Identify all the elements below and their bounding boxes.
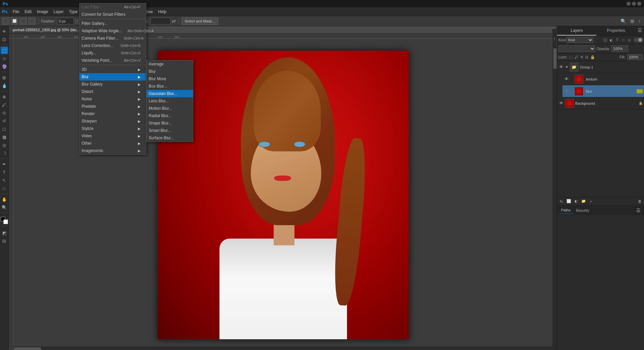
menu-image[interactable]: Image <box>34 8 51 15</box>
tool-dodge[interactable]: ☽ <box>1 149 8 157</box>
filter-menu-item-last-filter[interactable]: Last Filter Alt+Ctrl+F <box>80 3 146 11</box>
canvas-tab-active[interactable]: portrait-3355812_1920.jpg @ 50% (blu... <box>9 26 84 33</box>
close-btn[interactable] <box>637 2 641 6</box>
menu-type[interactable]: Type <box>66 8 80 15</box>
feather-input[interactable] <box>57 18 74 24</box>
layer-item-background[interactable]: 👁 Background 🔒 <box>557 97 644 109</box>
filter-shape-icon[interactable]: □ <box>621 37 626 43</box>
tool-screen-mode[interactable]: ⊟ <box>1 237 8 245</box>
tool-quick-select[interactable]: 🔮 <box>1 63 8 70</box>
search-icon[interactable]: 🔍 <box>619 18 628 24</box>
tool-shape[interactable]: □ <box>1 185 8 192</box>
height-input[interactable] <box>150 18 170 24</box>
blur-submenu-gaussian-blur[interactable]: Gaussian Blur... <box>147 90 193 97</box>
fill-input[interactable]: 100% <box>627 54 643 60</box>
menu-layer[interactable]: Layer <box>51 8 66 15</box>
horizontal-scroll-thumb[interactable] <box>14 347 41 350</box>
filter-menu-item-camera-raw[interactable]: Camera Raw Filter... Shift+Ctrl+A <box>80 35 146 42</box>
minimize-btn[interactable] <box>627 2 631 6</box>
panel-collapse-btn[interactable]: ⟩ <box>552 29 557 49</box>
filter-menu-item-convert-smart[interactable]: Convert for Smart Filters <box>80 11 146 18</box>
vertical-scroll-thumb[interactable] <box>553 49 557 69</box>
tab-layers[interactable]: Layers <box>557 26 596 36</box>
blur-submenu-average[interactable]: Average <box>147 60 193 68</box>
menu-file[interactable]: File <box>10 8 22 15</box>
blur-submenu-surface-blur[interactable]: Surface Blur... <box>147 134 193 142</box>
vertical-scrollbar[interactable] <box>553 39 557 347</box>
tool-options-icon1[interactable]: ⬛ <box>2 17 9 25</box>
blur-submenu-radial-blur[interactable]: Radial Blur... <box>147 112 193 119</box>
blend-mode-dropdown[interactable]: Normal <box>558 45 595 52</box>
tool-stamp[interactable]: ⊙ <box>1 109 8 116</box>
tool-crop[interactable]: ⊞ <box>1 74 8 81</box>
blur-submenu-motion-blur[interactable]: Motion Blur... <box>147 105 193 112</box>
filter-menu-item-lens-correction[interactable]: Lens Correction... Shift+Ctrl+R <box>80 42 146 49</box>
lock-pixels-icon[interactable]: 🖊 <box>575 55 578 59</box>
tool-eyedropper[interactable]: 💧 <box>1 82 8 89</box>
tool-options-icon2[interactable]: ⬜ <box>11 17 18 25</box>
layer-adjustment-btn[interactable]: ◐ <box>573 198 579 204</box>
filter-smart-icon[interactable]: ⊙ <box>627 37 632 43</box>
menu-help[interactable]: Help <box>155 8 169 15</box>
tool-text[interactable]: T <box>1 168 8 176</box>
blur-submenu-blur[interactable]: Blur <box>147 68 193 75</box>
filter-menu-item-blur[interactable]: Blur ▶ <box>80 73 146 81</box>
lock-position-icon[interactable]: ✛ <box>580 55 583 59</box>
layer-group-btn[interactable]: 📁 <box>581 198 587 204</box>
filter-menu-item-sharpen[interactable]: Sharpen ▶ <box>80 117 146 125</box>
kind-dropdown[interactable]: Kind <box>566 37 593 43</box>
filter-text-icon[interactable]: T <box>614 37 620 43</box>
tool-spot-heal[interactable]: ⊕ <box>1 93 8 100</box>
filter-pixel-icon[interactable]: ⬛ <box>602 37 608 43</box>
tool-brush[interactable]: 🖊 <box>1 101 8 108</box>
tool-gradient[interactable]: ▦ <box>1 133 8 141</box>
panel-menu-btn[interactable]: ☰ <box>636 26 644 36</box>
filter-menu-item-video[interactable]: Video ▶ <box>80 132 146 140</box>
tool-history[interactable]: ↺ <box>1 117 8 124</box>
layer-group-group1[interactable]: 👁 ▼ 📁 Group 1 <box>557 61 644 73</box>
menu-edit[interactable]: Edit <box>22 8 34 15</box>
layer-visibility-texture[interactable]: 👁 <box>564 77 569 82</box>
tool-options-icon3[interactable]: ⬛ <box>19 17 27 25</box>
lock-transparent-icon[interactable]: ⬚ <box>569 55 573 59</box>
blur-submenu-box-blur[interactable]: Box Blur... <box>147 83 193 90</box>
filter-menu-item-distort[interactable]: Distort ▶ <box>80 88 146 95</box>
tool-hand[interactable]: ✋ <box>1 196 8 203</box>
select-mask-button[interactable]: Select and Mask... <box>182 17 218 25</box>
arrange-icon[interactable]: ⊞ <box>629 18 636 24</box>
filter-menu-item-adaptive-wide[interactable]: Adaptive Wide Angle... Alt+Shift+Ctrl+A <box>80 27 146 35</box>
filter-menu-item-gallery[interactable]: Filter Gallery... <box>80 20 146 27</box>
restore-btn[interactable] <box>632 2 636 6</box>
filter-menu-item-vanishing-point[interactable]: Vanishing Point... Alt+Ctrl+V <box>80 57 146 64</box>
filter-menu-item-stylize[interactable]: Stylize ▶ <box>80 125 146 132</box>
filter-menu-item-other[interactable]: Other ▶ <box>80 140 146 147</box>
blur-submenu-lens-blur[interactable]: Lens Blur... <box>147 97 193 105</box>
tab-paths[interactable]: Paths <box>558 207 573 214</box>
tool-lasso[interactable]: ⊃ <box>1 55 8 62</box>
tool-move[interactable]: ✛ <box>1 28 8 35</box>
tab-properties[interactable]: Properties <box>596 26 636 36</box>
paths-panel-menu[interactable]: ☰ <box>634 206 643 214</box>
share-icon[interactable]: ↑ <box>637 18 642 24</box>
filter-adjustment-icon[interactable]: ◐ <box>608 37 614 43</box>
horizontal-scrollbar[interactable] <box>14 347 553 350</box>
filter-menu-item-render[interactable]: Render ▶ <box>80 110 146 117</box>
opacity-input[interactable]: 100% <box>611 45 628 52</box>
tool-options-icon4[interactable]: ⬛ <box>28 17 36 25</box>
layer-item-texture[interactable]: 👁 texture <box>562 73 644 85</box>
filter-menu-item-blur-gallery[interactable]: Blur Gallery ▶ <box>80 81 146 88</box>
swap-icon[interactable]: ⇄ <box>172 18 176 24</box>
filter-menu-item-3d[interactable]: 3D ▶ <box>80 66 146 73</box>
group-arrow-group1[interactable]: ▼ <box>565 65 568 69</box>
layer-item-blur[interactable]: 👁 blur <box>562 85 644 97</box>
layer-visibility-background[interactable]: 👁 <box>558 101 564 106</box>
tool-zoom[interactable]: 🔍 <box>1 204 8 211</box>
filter-toggle[interactable] <box>634 38 643 42</box>
filter-menu-item-pixelate[interactable]: Pixelate ▶ <box>80 103 146 110</box>
tool-artboard[interactable]: ⊡ <box>1 36 8 43</box>
tool-mask-mode[interactable]: ◩ <box>1 229 8 237</box>
tool-marquee[interactable]: ⬚ <box>1 47 8 54</box>
layer-delete-btn[interactable]: 🗑 <box>637 198 643 204</box>
layer-visibility-blur[interactable]: 👁 <box>564 89 569 94</box>
filter-menu-item-liquify[interactable]: Liquify... Shift+Ctrl+X <box>80 49 146 57</box>
